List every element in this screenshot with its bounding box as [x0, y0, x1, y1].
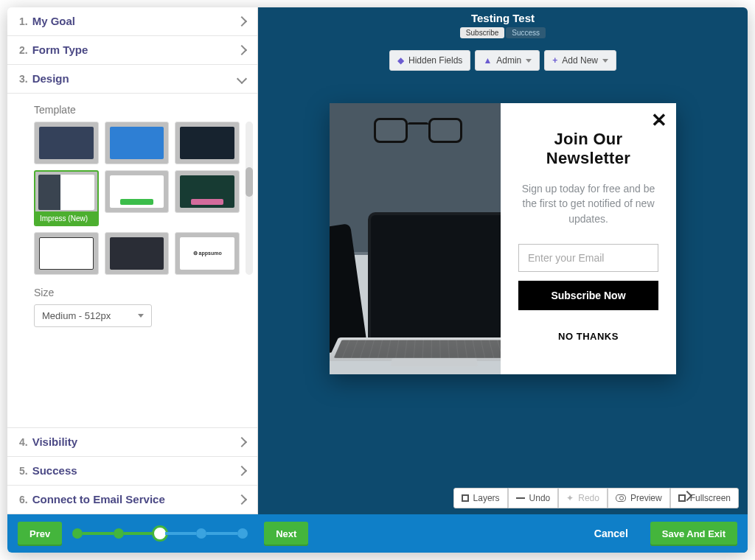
canvas-action-bar: Layers Undo ✦Redo Preview Fullscreen	[453, 488, 739, 508]
step-number: 3.	[19, 73, 28, 85]
popup-image	[330, 103, 501, 374]
close-icon[interactable]: ✕	[651, 109, 667, 132]
next-button[interactable]: Next	[264, 522, 308, 546]
add-new-label: Add New	[562, 55, 598, 66]
step-number: 2.	[19, 44, 28, 56]
accordion-item-connect-email[interactable]: 6.Connect to Email Service	[7, 486, 257, 514]
canvas: Testing Test Subscribe Success ◆ Hidden …	[258, 7, 748, 553]
design-panel: Template Impress (New)	[7, 94, 257, 380]
accordion-item-visibility[interactable]: 4.Visibility	[7, 428, 257, 457]
tab-subscribe[interactable]: Subscribe	[460, 27, 504, 38]
size-select[interactable]: Medium - 512px	[34, 304, 152, 327]
template-thumb[interactable]	[175, 232, 240, 275]
chevron-right-icon	[237, 494, 247, 505]
accordion-item-form-type[interactable]: 2.Form Type	[7, 36, 257, 65]
tab-success[interactable]: Success	[506, 27, 546, 38]
popup-preview[interactable]: ✕ Join Our Newsletter Sign up today for …	[330, 103, 676, 374]
footer: Prev Next Cancel Save And Exit	[7, 514, 748, 553]
caret-down-icon	[602, 59, 608, 63]
popup-content: ✕ Join Our Newsletter Sign up today for …	[501, 103, 676, 374]
step-label: Form Type	[32, 43, 88, 56]
preview-button[interactable]: Preview	[608, 488, 670, 508]
accordion-item-my-goal[interactable]: 1.My Goal	[7, 7, 257, 36]
eye-icon	[616, 494, 626, 502]
template-thumb[interactable]	[105, 170, 170, 213]
prev-button[interactable]: Prev	[18, 522, 62, 546]
step-dot[interactable]	[72, 528, 83, 539]
template-thumb-selected[interactable]: Impress (New)	[34, 170, 99, 226]
step-number: 1.	[19, 15, 28, 27]
step-label: Connect to Email Service	[32, 493, 165, 505]
diamond-icon: ◆	[397, 55, 404, 66]
template-thumb[interactable]	[34, 122, 99, 164]
plus-icon: +	[552, 55, 557, 66]
step-dot[interactable]	[114, 528, 124, 539]
state-tabs: Subscribe Success	[460, 27, 546, 38]
template-thumb[interactable]	[175, 170, 240, 213]
cancel-link[interactable]: Cancel	[594, 528, 628, 539]
canvas-title: Testing Test	[460, 12, 546, 24]
layers-button[interactable]: Layers	[453, 488, 508, 508]
size-section-label: Size	[34, 287, 243, 298]
chevron-right-icon	[237, 45, 247, 55]
template-scrollbar[interactable]	[246, 122, 253, 275]
popup-subtitle[interactable]: Sign up today for free and be the first …	[515, 181, 661, 226]
template-thumb[interactable]	[175, 122, 240, 164]
fullscreen-button[interactable]: Fullscreen	[670, 488, 739, 508]
template-section-label: Template	[34, 104, 243, 116]
laptop-icon	[338, 212, 501, 374]
hidden-fields-button[interactable]: ◆ Hidden Fields	[389, 50, 470, 71]
user-icon: ▲	[483, 55, 492, 66]
popup-title[interactable]: Join Our Newsletter	[515, 130, 661, 168]
step-number: 6.	[19, 494, 28, 505]
template-grid: Impress (New)	[34, 122, 240, 275]
step-number: 5.	[19, 465, 28, 477]
add-new-dropdown[interactable]: + Add New	[544, 50, 616, 71]
fullscreen-icon	[678, 494, 686, 502]
template-selected-badge: Impress (New)	[35, 211, 97, 225]
step-progress	[72, 528, 248, 539]
chevron-right-icon	[237, 16, 247, 27]
step-label: Visibility	[32, 435, 77, 448]
template-thumb[interactable]	[34, 232, 99, 275]
accordion-item-design[interactable]: 3.Design	[7, 65, 257, 94]
save-and-exit-button[interactable]: Save And Exit	[650, 522, 737, 546]
template-thumb[interactable]	[105, 232, 170, 275]
app-window: 1.My Goal 2.Form Type 3.Design Template	[7, 7, 748, 553]
step-dot[interactable]	[237, 528, 248, 539]
step-label: My Goal	[32, 15, 75, 27]
sidebar: 1.My Goal 2.Form Type 3.Design Template	[7, 7, 258, 553]
template-thumb[interactable]	[105, 122, 170, 164]
chevron-down-icon	[237, 74, 247, 84]
step-label: Design	[32, 72, 69, 85]
admin-dropdown[interactable]: ▲ Admin	[475, 50, 540, 71]
chevron-right-icon	[237, 466, 247, 476]
redo-button[interactable]: ✦Redo	[558, 488, 608, 508]
step-label: Success	[32, 464, 77, 477]
canvas-toolbar: ◆ Hidden Fields ▲ Admin + Add New	[389, 50, 616, 71]
sunglasses-icon	[374, 118, 462, 147]
subscribe-button[interactable]: Subscribe Now	[518, 281, 658, 310]
accordion-item-success[interactable]: 5.Success	[7, 457, 257, 486]
chevron-right-icon	[237, 437, 247, 447]
step-dot[interactable]	[196, 528, 206, 539]
admin-label: Admin	[496, 55, 521, 66]
hidden-fields-label: Hidden Fields	[408, 55, 462, 66]
size-select-value: Medium - 512px	[42, 310, 111, 321]
undo-button[interactable]: Undo	[508, 488, 559, 508]
step-number: 4.	[19, 436, 28, 448]
email-input[interactable]	[518, 244, 658, 272]
no-thanks-link[interactable]: NO THANKS	[558, 331, 619, 342]
undo-icon	[516, 497, 525, 499]
caret-down-icon	[526, 59, 532, 63]
layers-icon	[462, 494, 469, 502]
caret-down-icon	[138, 314, 144, 318]
